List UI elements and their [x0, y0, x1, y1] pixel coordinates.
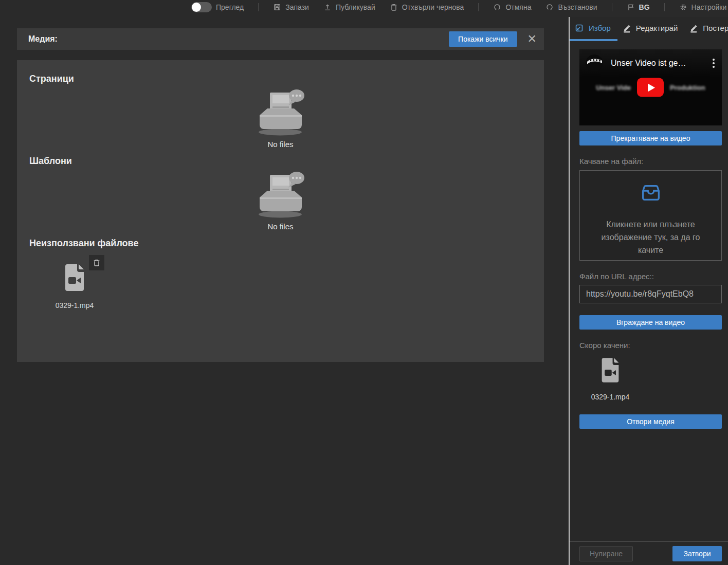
play-icon	[648, 83, 655, 92]
edit-icon	[689, 24, 698, 33]
language-button[interactable]: BG	[627, 3, 650, 11]
pages-section-title: Страници	[29, 74, 532, 84]
no-files-label: No files	[267, 222, 293, 231]
no-files-icon	[252, 87, 310, 137]
redo-icon	[545, 3, 554, 11]
tab-select[interactable]: Избор	[570, 17, 617, 41]
media-header: Медия: Покажи всички ✕	[17, 28, 544, 50]
delete-file-button[interactable]	[89, 255, 104, 270]
pages-empty-state: No files	[29, 87, 532, 149]
video-file-icon	[600, 357, 621, 384]
media-panel: Страници No files Шаблони	[17, 60, 544, 362]
upload-dropzone[interactable]: Кликнете или плъзнете изображение тук, з…	[579, 170, 722, 261]
reset-button[interactable]: Нулиране	[579, 546, 633, 561]
undo-label: Отмяна	[505, 3, 531, 11]
toggle-knob	[192, 3, 201, 12]
show-all-button[interactable]: Покажи всички	[449, 31, 517, 47]
video-title: Unser Video ist ge…	[611, 59, 711, 68]
save-button[interactable]: Запази	[273, 3, 309, 11]
sidebar-tabs: Избор Редактирай Постери	[570, 17, 728, 41]
settings-label: Настройки	[691, 3, 727, 11]
unused-files-section-title: Неизползвани файлове	[29, 238, 532, 249]
tab-edit-label: Редактирай	[636, 24, 678, 32]
redo-button[interactable]: Възстанови	[545, 3, 597, 11]
video-file-icon	[63, 263, 86, 292]
sidebar-footer: Нулиране Затвори	[570, 541, 728, 565]
toolbar-divider	[258, 3, 259, 11]
url-label: Файл по URL адрес::	[579, 272, 722, 281]
file-name: 0329-1.mp4	[56, 301, 94, 309]
publish-label: Публикувай	[336, 3, 375, 11]
trash-icon	[390, 3, 398, 11]
top-toolbar: Преглед Запази Публикувай Отхвърли черно…	[0, 0, 728, 14]
language-label: BG	[639, 3, 650, 11]
toolbar-divider	[664, 3, 665, 11]
video-center: Unser Vide Produktion	[579, 78, 722, 97]
recent-uploads-label: Скоро качени:	[579, 341, 722, 350]
close-icon[interactable]: ✕	[527, 33, 537, 45]
select-icon	[574, 23, 584, 33]
publish-button[interactable]: Публикувай	[323, 3, 375, 11]
active-tab-underline	[570, 39, 617, 41]
tab-select-label: Избор	[589, 24, 611, 32]
upload-icon	[323, 3, 332, 11]
upload-inbox-icon	[639, 181, 663, 205]
open-media-button[interactable]: Отвори медия	[579, 414, 722, 429]
file-name: 0329-1.mp4	[591, 393, 630, 401]
video-preview-header: Unser Video ist ge…	[579, 49, 722, 77]
no-files-label: No files	[267, 140, 293, 149]
channel-avatar	[586, 54, 603, 72]
undo-button[interactable]: Отмяна	[493, 3, 531, 11]
gear-icon	[679, 3, 687, 11]
preview-label: Преглед	[216, 3, 244, 11]
video-preview[interactable]: Unser Video ist ge… Unser Vide Produktio…	[579, 49, 722, 125]
discard-draft-button[interactable]: Отхвърли чернова	[390, 3, 464, 11]
settings-button[interactable]: Настройки	[679, 3, 727, 11]
video-bg-text-right: Produktion	[670, 84, 705, 92]
trash-icon	[93, 259, 101, 267]
undo-icon	[493, 3, 501, 11]
media-title: Медия:	[28, 34, 58, 44]
recent-file-tile[interactable]: 0329-1.mp4	[579, 357, 641, 401]
flag-icon	[627, 3, 635, 11]
no-files-icon	[252, 170, 310, 219]
play-button[interactable]	[637, 78, 664, 97]
edit-icon	[622, 24, 631, 33]
stop-video-button[interactable]: Прекратяване на видео	[579, 131, 722, 145]
unused-file-tile[interactable]: 0329-1.mp4	[44, 263, 105, 309]
embed-video-button[interactable]: Вграждане на видео	[579, 315, 722, 330]
kebab-menu-icon[interactable]	[711, 57, 717, 70]
tab-posters-label: Постери	[703, 24, 728, 32]
redo-label: Възстанови	[558, 3, 597, 11]
templates-section-title: Шаблони	[29, 156, 532, 167]
toolbar-divider	[478, 3, 479, 11]
save-icon	[273, 3, 281, 11]
video-bg-text-left: Unser Vide	[596, 84, 631, 92]
url-input[interactable]	[579, 285, 722, 303]
preview-toggle-group: Преглед	[191, 2, 244, 12]
templates-empty-state: No files	[29, 170, 532, 231]
tab-posters[interactable]: Постери	[684, 17, 728, 41]
save-label: Запази	[285, 3, 309, 11]
toolbar-divider	[612, 3, 612, 11]
preview-toggle[interactable]	[191, 2, 212, 12]
discard-draft-label: Отхвърли чернова	[402, 3, 464, 11]
upload-file-label: Качване на файл:	[579, 157, 722, 166]
sidebar-content: Unser Video ist ge… Unser Vide Produktio…	[570, 41, 728, 429]
media-sidebar: Избор Редактирай Постери	[569, 17, 728, 565]
tab-edit[interactable]: Редактирай	[617, 17, 685, 41]
dropzone-text: Кликнете или плъзнете изображение тук, з…	[595, 218, 706, 257]
close-button[interactable]: Затвори	[672, 546, 722, 561]
